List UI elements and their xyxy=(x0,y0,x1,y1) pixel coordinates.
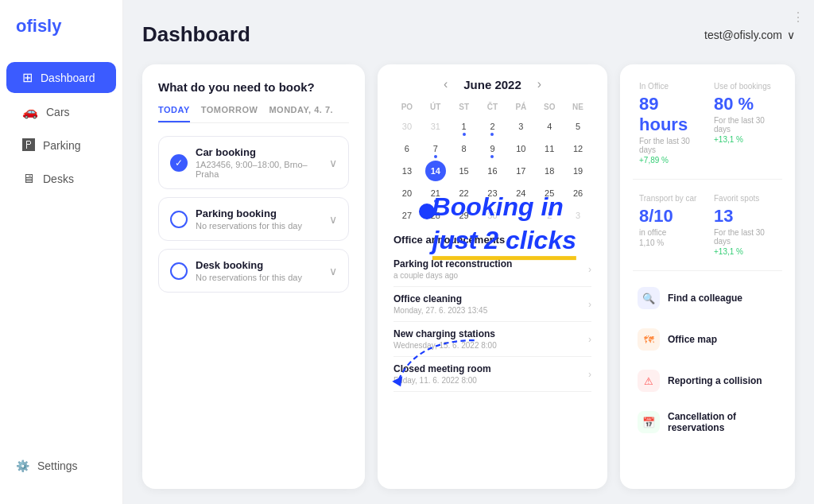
quick-action-3[interactable]: 📅 Cancellation of reservations xyxy=(633,405,782,440)
booking-item-parking[interactable]: Parking booking No reservations for this… xyxy=(158,197,349,241)
announcement-date: Friday, 11. 6. 2022 8:00 xyxy=(393,376,491,385)
tab-monday[interactable]: MONDAY, 4. 7. xyxy=(269,105,333,122)
quick-action-2[interactable]: ⚠ Reporting a collision xyxy=(633,363,782,398)
announcement-item[interactable]: New charging stations Wednesday, 15. 6. … xyxy=(393,322,591,357)
parking-booking-sub: No reservations for this day xyxy=(196,221,302,231)
stat-transport: Transport by car 8/10 in office 1,10 % xyxy=(633,189,707,261)
booking-item-left: Parking booking No reservations for this… xyxy=(170,207,302,231)
calendar-icon: 📅 xyxy=(638,411,660,433)
tab-tomorrow[interactable]: TOMORROW xyxy=(201,105,258,122)
calendar-day[interactable]: 2 xyxy=(482,116,502,137)
announcement-item[interactable]: Closed meeting room Friday, 11. 6. 2022 … xyxy=(393,357,591,392)
calendar-day[interactable]: 7 xyxy=(425,138,446,159)
calendar-day[interactable]: 21 xyxy=(425,183,446,204)
chevron-down-icon: ∨ xyxy=(787,29,795,41)
calendar-day[interactable]: 31 xyxy=(425,116,446,137)
stat-in-office: In Office 89 hours For the last 30 days … xyxy=(633,77,707,169)
calendar-day[interactable]: 24 xyxy=(510,183,531,204)
calendar-day[interactable]: 4 xyxy=(539,116,560,137)
calendar-day[interactable]: 18 xyxy=(539,161,560,181)
transport-label: Transport by car xyxy=(639,194,701,203)
more-icon[interactable]: ⋮ xyxy=(792,10,804,25)
calendar-day[interactable]: 20 xyxy=(397,183,417,204)
sidebar-item-parking[interactable]: 🅿 Parking xyxy=(6,130,116,161)
tab-today[interactable]: TODAY xyxy=(158,105,190,122)
booking-item-desk[interactable]: Desk booking No reservations for this da… xyxy=(158,249,349,293)
desk-check-icon xyxy=(170,262,188,280)
car-booking-title: Car booking xyxy=(196,146,329,158)
user-menu[interactable]: test@ofisly.com ∨ xyxy=(704,29,795,41)
map-icon: 🗺 xyxy=(638,328,660,351)
calendar-day[interactable]: 11 xyxy=(539,138,560,159)
use-bookings-label: Use of bookings xyxy=(714,82,776,91)
calendar-day[interactable]: 30 xyxy=(397,116,417,137)
announcement-item[interactable]: Parking lot reconstruction a couple days… xyxy=(393,252,591,287)
calendar-day[interactable]: 8 xyxy=(454,138,475,159)
chevron-icon: › xyxy=(588,334,591,345)
calendar-day[interactable]: 12 xyxy=(568,138,588,159)
settings-icon: ⚙️ xyxy=(16,459,29,472)
settings-item[interactable]: ⚙️ Settings xyxy=(6,452,116,480)
page-title: Dashboard xyxy=(142,22,250,47)
calendar-day[interactable]: 13 xyxy=(397,161,417,181)
calendar-day[interactable]: 23 xyxy=(482,183,502,204)
tabs: TODAY TOMORROW MONDAY, 4. 7. xyxy=(158,105,349,123)
spots-value: 13 xyxy=(714,206,776,227)
calendar-day[interactable]: 30 xyxy=(482,205,502,226)
announcement-item[interactable]: Office cleaning Monday, 27. 6. 2023 13:4… xyxy=(393,287,591,322)
quick-action-0[interactable]: 🔍 Find a colleague xyxy=(633,281,782,316)
calendar-day[interactable]: 1 xyxy=(510,205,531,226)
calendar-day[interactable]: 16 xyxy=(482,161,502,181)
warning-icon: ⚠ xyxy=(638,370,660,392)
calendar-day[interactable]: 5 xyxy=(568,116,588,137)
transport-change: 1,10 % xyxy=(639,238,701,247)
quick-action-label: Find a colleague xyxy=(668,293,742,304)
calendar-day[interactable]: 3 xyxy=(568,205,588,226)
calendar-next[interactable]: › xyxy=(537,77,541,91)
calendar-day[interactable]: 25 xyxy=(539,183,560,204)
sidebar-item-dashboard[interactable]: ⊞ Dashboard xyxy=(6,62,116,93)
chevron-icon: ∨ xyxy=(329,213,337,226)
quick-action-label: Cancellation of reservations xyxy=(668,411,777,433)
calendar-day[interactable]: 28 xyxy=(425,205,446,226)
calendar-day-header: ST xyxy=(451,99,478,114)
desk-icon: 🖥 xyxy=(22,172,35,186)
sidebar-item-cars[interactable]: 🚗 Cars xyxy=(6,96,116,127)
calendar-day[interactable]: 29 xyxy=(454,205,475,226)
announcement-title: Parking lot reconstruction xyxy=(393,258,512,269)
calendar-day[interactable]: 3 xyxy=(510,116,531,137)
spots-sub: For the last 30 days xyxy=(714,228,776,246)
calendar-day[interactable]: 15 xyxy=(454,161,475,181)
booking-question: What do you need to book? xyxy=(158,80,349,94)
transport-sub: in office xyxy=(639,228,701,237)
calendar-day[interactable]: 1 xyxy=(454,116,475,137)
calendar-day[interactable]: 10 xyxy=(510,138,531,159)
in-office-sub: For the last 30 days xyxy=(639,137,701,154)
user-email: test@ofisly.com xyxy=(704,29,782,41)
announcements: Office announcements Parking lot reconst… xyxy=(393,234,591,476)
sidebar-item-desks[interactable]: 🖥 Desks xyxy=(6,164,116,194)
spots-label: Favorit spots xyxy=(714,194,776,203)
calendar-day[interactable]: 26 xyxy=(568,183,588,204)
calendar-day[interactable]: 6 xyxy=(397,138,417,159)
chevron-icon: › xyxy=(588,369,591,380)
dashboard-grid: What do you need to book? TODAY TOMORROW… xyxy=(142,64,795,489)
calendar-prev[interactable]: ‹ xyxy=(444,77,448,91)
calendar-day[interactable]: 9 xyxy=(482,138,502,159)
sidebar-item-label: Dashboard xyxy=(41,72,95,84)
sidebar-item-label: Desks xyxy=(43,173,74,185)
search-icon: 🔍 xyxy=(638,287,660,309)
calendar-day[interactable]: 27 xyxy=(397,205,417,226)
quick-action-1[interactable]: 🗺 Office map xyxy=(633,322,782,357)
calendar-day[interactable]: 2 xyxy=(539,205,560,226)
calendar-day[interactable]: 14 xyxy=(425,161,446,181)
transport-value: 8/10 xyxy=(639,206,701,227)
calendar-day[interactable]: 22 xyxy=(454,183,475,204)
dashboard-icon: ⊞ xyxy=(22,70,33,85)
booking-item-car[interactable]: ✓ Car booking 1A23456, 9:00–18:00, Brno–… xyxy=(158,136,349,189)
calendar-day[interactable]: 17 xyxy=(510,161,531,181)
announcement-title: Office cleaning xyxy=(393,293,487,304)
calendar-day[interactable]: 19 xyxy=(568,161,588,181)
sidebar: ofisly ⊞ Dashboard 🚗 Cars 🅿 Parking 🖥 De… xyxy=(0,0,123,504)
sidebar-bottom: ⚙️ Settings xyxy=(0,444,122,488)
